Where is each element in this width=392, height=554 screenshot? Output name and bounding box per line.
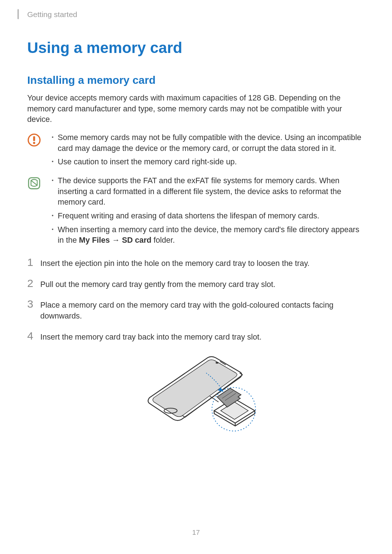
- note-item: • When inserting a memory card into the …: [48, 225, 365, 246]
- caution-notice: • Some memory cards may not be fully com…: [27, 132, 365, 171]
- note-item: • Frequent writing and erasing of data s…: [48, 211, 365, 222]
- note-icon: [27, 176, 41, 249]
- note-notice: • The device supports the FAT and the ex…: [27, 176, 365, 249]
- caution-icon: [27, 132, 41, 171]
- step: 3 Place a memory card on the memory card…: [27, 299, 365, 321]
- page-header-marker: [17, 9, 19, 19]
- section-subtitle: Installing a memory card: [27, 74, 365, 86]
- svg-line-4: [31, 180, 37, 185]
- caution-item: • Use caution to insert the memory card …: [48, 157, 365, 168]
- note-item: • The device supports the FAT and the ex…: [48, 176, 365, 208]
- intro-paragraph: Your device accepts memory cards with ma…: [27, 93, 365, 125]
- svg-rect-1: [33, 136, 35, 141]
- caution-item: • Some memory cards may not be fully com…: [48, 132, 365, 154]
- steps-list: 1 Insert the ejection pin into the hole …: [27, 257, 365, 342]
- svg-point-2: [33, 142, 35, 144]
- page-title: Using a memory card: [27, 39, 365, 57]
- step: 2 Pull out the memory card tray gently f…: [27, 278, 365, 290]
- page-content: Using a memory card Installing a memory …: [0, 0, 392, 435]
- svg-point-6: [216, 362, 219, 364]
- step: 4 Insert the memory card tray back into …: [27, 331, 365, 343]
- section-header: Getting started: [27, 10, 77, 19]
- page-number: 17: [0, 529, 392, 537]
- device-illustration: [27, 351, 365, 435]
- step: 1 Insert the ejection pin into the hole …: [27, 257, 365, 269]
